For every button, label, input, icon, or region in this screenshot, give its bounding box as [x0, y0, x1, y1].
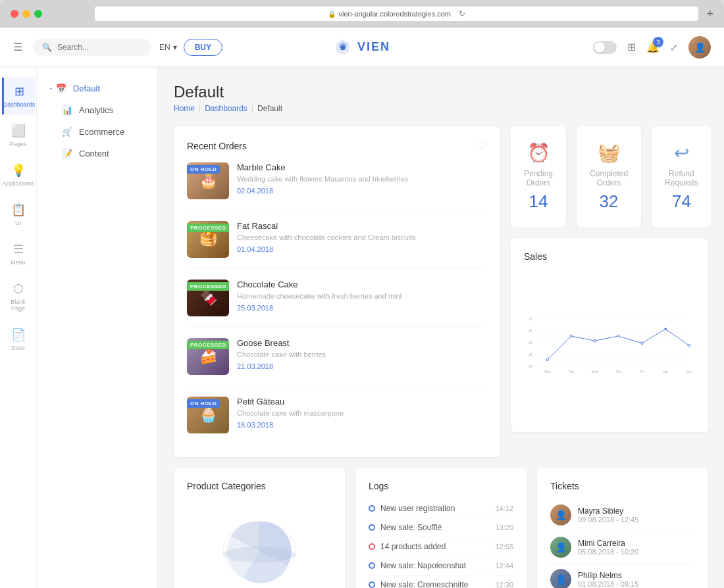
maximize-dot[interactable]: [34, 10, 42, 18]
order-date: 02.04.2018: [237, 187, 487, 195]
breadcrumb-current: Default: [257, 104, 282, 113]
pages-icon: ⬜: [11, 124, 26, 138]
theme-toggle[interactable]: [593, 41, 617, 54]
bell-badge: 3: [653, 37, 663, 47]
bottom-cards-row: Product Categories: [174, 468, 708, 588]
docs-label: Docs: [11, 345, 25, 351]
search-bar[interactable]: 🔍: [33, 39, 151, 56]
user-avatar[interactable]: 👤: [688, 36, 711, 59]
order-image-goose-breast: 🍰 PROCESSED: [187, 338, 229, 375]
log-item-4: New sale: Cremeschnitte 12:30: [369, 576, 513, 588]
search-icon: 🔍: [42, 43, 52, 52]
new-tab-button[interactable]: +: [706, 7, 713, 21]
minimize-dot[interactable]: [22, 10, 30, 18]
sidebar-item-ecommerce[interactable]: 🛒 Ecommerce: [37, 121, 157, 143]
log-dot-3: [369, 562, 375, 569]
reload-button[interactable]: ↻: [459, 9, 465, 18]
close-dot[interactable]: [11, 10, 18, 18]
log-dot-0: [369, 505, 375, 512]
sidebar-icon-applications[interactable]: 💡 Applications: [2, 157, 35, 193]
svg-text:Mon: Mon: [545, 370, 551, 374]
refund-value: 74: [665, 191, 698, 212]
logs-title: Logs: [369, 481, 513, 491]
svg-point-15: [594, 339, 596, 342]
ticket-item-0: 👤 Mayra Sibley 09.08.2018 - 12:45: [550, 499, 695, 531]
sidebar-icon-dashboards[interactable]: ⊞ Dashboards: [2, 78, 35, 114]
svg-text:Thu: Thu: [616, 370, 621, 374]
svg-point-28: [223, 547, 296, 562]
order-desc: Cheesecake with chocolate cookies and Cr…: [237, 233, 487, 243]
product-categories-card: Product Categories: [174, 468, 345, 588]
sidebar-item-default[interactable]: • 📅 Default: [37, 78, 157, 99]
order-badge-processed: PROCESSED: [187, 224, 229, 232]
svg-text:Fri: Fri: [640, 370, 644, 374]
grid-icon[interactable]: ⊞: [627, 41, 636, 53]
order-date-chocolate: 25.03.2018: [237, 304, 487, 312]
order-name: Petit Gâteau: [237, 397, 487, 406]
logo-text: VIEN: [357, 40, 390, 54]
order-desc: Chocolate cake with berries: [237, 350, 487, 360]
logo: VIEN: [334, 38, 390, 57]
sidebar-item-content[interactable]: 📝 Content: [37, 143, 157, 164]
log-time-1: 13:20: [495, 524, 513, 531]
blankpage-label: Blank Page: [5, 299, 32, 312]
log-left-4: New sale: Cremeschnitte: [369, 580, 468, 588]
log-item-2: 14 products added 12:55: [369, 537, 513, 556]
log-item-1: New sale: Soufflé 13:20: [369, 518, 513, 537]
docs-icon: 📄: [11, 328, 26, 342]
chart-header: Sales: [524, 251, 695, 262]
sidebar-icon-ui[interactable]: 📋 UI: [2, 196, 35, 233]
svg-text:Sat: Sat: [663, 370, 668, 374]
ticket-date-1: 05.08.2018 - 10:20: [578, 548, 695, 556]
pages-label: Pages: [10, 141, 27, 147]
ticket-info-1: Mimi Carreira 05.08.2018 - 10:20: [578, 539, 695, 556]
sidebar-label-ecommerce: Ecommerce: [79, 127, 124, 137]
log-left-2: 14 products added: [369, 542, 446, 551]
favorite-icon[interactable]: ♡: [478, 139, 487, 152]
log-item-3: New sale: Napoleonshat 12:44: [369, 556, 513, 576]
svg-text:65: 65: [529, 330, 532, 333]
order-name: Marble Cake: [237, 162, 487, 172]
sidebar-icon-menu[interactable]: ☰ Menu: [2, 235, 35, 272]
sidebar-icon-docs[interactable]: 📄 Docs: [2, 321, 35, 358]
log-time-2: 12:55: [495, 543, 513, 551]
bullet-icon: •: [50, 86, 52, 91]
refund-label: Refund Requests: [665, 169, 698, 187]
expand-icon[interactable]: ⤢: [670, 42, 678, 53]
hamburger-menu[interactable]: ☰: [13, 41, 22, 53]
order-desc-chocolate: Homemade cheesecake with fresh berries a…: [237, 291, 487, 301]
chart-title: Sales: [524, 251, 547, 262]
search-input[interactable]: [57, 43, 136, 52]
default-menu-icon: 📅: [56, 84, 66, 93]
order-desc: Wedding cake with flowers Macarons and b…: [237, 174, 487, 184]
address-bar[interactable]: 🔒 vien-angular.coloredstrategies.com ↻: [95, 7, 698, 21]
breadcrumb-home[interactable]: Home: [174, 104, 195, 113]
order-item-petit-gateau: 🧁 ON HOLD Petit Gâteau Chocolate cake wi…: [187, 397, 487, 444]
menu-label: Menu: [11, 259, 26, 266]
sidebar: ⊞ Dashboards ⬜ Pages 💡 Applications 📋 UI: [0, 67, 158, 588]
breadcrumb-dashboards[interactable]: Dashboards: [205, 104, 247, 113]
pending-icon: ⏰: [524, 142, 553, 164]
order-info-chocolate-cake: Chocolate Cake Homemade cheesecake with …: [237, 280, 487, 312]
order-badge-hold: ON HOLD: [187, 165, 220, 174]
log-text-3: New sale: Napoleonshat: [380, 561, 466, 570]
log-text-0: New user registration: [380, 504, 455, 513]
sidebar-icon-blankpage[interactable]: ⬡ Blank Page: [2, 275, 35, 318]
svg-point-14: [570, 335, 573, 337]
order-desc: Chocolate cake with mascarpone: [237, 408, 487, 418]
sales-chart-svg: 70 65 60 55 50: [524, 272, 695, 417]
menu-icon: ☰: [13, 242, 24, 257]
language-selector[interactable]: EN ▾: [159, 43, 177, 52]
log-time-0: 14:12: [495, 504, 513, 512]
recent-orders-card: Recent Orders ♡ 🎂 ON HOLD Marble Cake: [174, 126, 500, 457]
sidebar-icon-rail: ⊞ Dashboards ⬜ Pages 💡 Applications 📋 UI: [0, 67, 37, 588]
dashboard-grid: ⏰ Pending Orders 14 🧺 Completed Orders 3…: [174, 126, 708, 457]
sidebar-icon-pages[interactable]: ⬜ Pages: [2, 117, 35, 154]
order-badge-hold-2: ON HOLD: [187, 399, 220, 408]
sidebar-item-analytics[interactable]: 📊 Analytics: [37, 99, 157, 121]
browser-window: 🔒 vien-angular.coloredstrategies.com ↻ +…: [0, 0, 724, 588]
buy-button[interactable]: BUY: [184, 39, 222, 56]
page-title: Default: [174, 83, 708, 101]
ticket-info-0: Mayra Sibley 09.08.2018 - 12:45: [578, 506, 695, 524]
notifications-bell[interactable]: 🔔 3: [646, 41, 659, 53]
